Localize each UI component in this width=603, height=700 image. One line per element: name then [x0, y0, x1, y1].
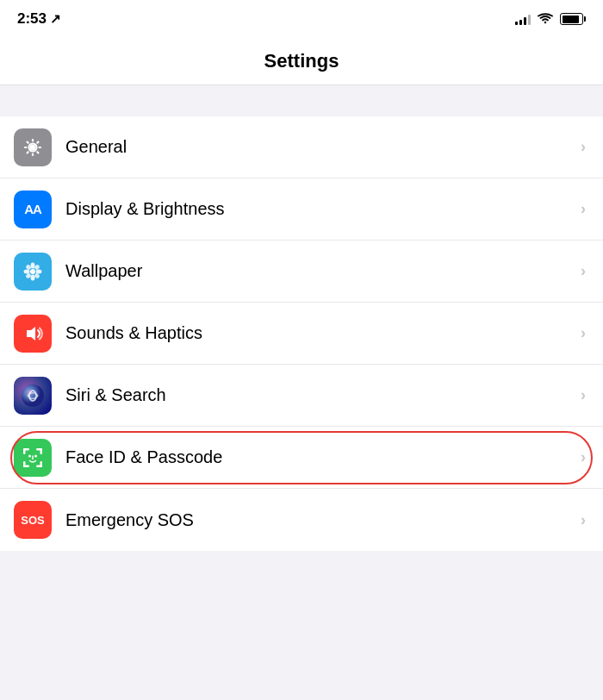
wallpaper-label: Wallpaper: [65, 261, 581, 281]
emergency-sos-chevron: ›: [581, 511, 586, 529]
siri-search-chevron: ›: [581, 386, 586, 404]
general-chevron: ›: [581, 138, 586, 156]
svg-point-22: [28, 454, 31, 457]
svg-point-3: [31, 262, 35, 268]
time-display: 2:53: [17, 10, 47, 28]
svg-point-0: [30, 144, 36, 150]
svg-point-23: [34, 454, 37, 457]
settings-item-wallpaper[interactable]: Wallpaper ›: [0, 241, 603, 303]
page-header: Settings: [0, 38, 603, 85]
status-time: 2:53 ↗: [17, 10, 61, 28]
face-id-icon: [14, 439, 52, 477]
settings-item-siri-search[interactable]: Siri & Search ›: [0, 365, 603, 427]
battery-icon: [560, 13, 586, 25]
svg-rect-19: [40, 448, 43, 454]
page-title: Settings: [17, 50, 586, 72]
svg-rect-20: [23, 461, 26, 467]
siri-search-label: Siri & Search: [65, 385, 581, 405]
settings-item-display-brightness[interactable]: AA Display & Brightness ›: [0, 178, 603, 241]
svg-rect-21: [40, 461, 43, 467]
display-brightness-label: Display & Brightness: [65, 199, 581, 219]
face-id-label: Face ID & Passcode: [65, 447, 581, 467]
status-bar: 2:53 ↗: [0, 0, 603, 38]
emergency-sos-icon: SOS: [14, 501, 52, 539]
svg-point-6: [36, 269, 42, 273]
svg-marker-11: [27, 327, 35, 341]
display-brightness-icon: AA: [14, 191, 52, 228]
sounds-haptics-chevron: ›: [581, 324, 586, 342]
signal-bars-icon: [515, 13, 531, 25]
settings-list: General › AA Display & Brightness › Wall…: [0, 116, 603, 551]
sounds-haptics-icon: [14, 315, 52, 353]
svg-point-4: [31, 274, 35, 280]
face-id-chevron: ›: [581, 448, 586, 466]
svg-point-2: [30, 269, 35, 274]
emergency-sos-label: Emergency SOS: [65, 510, 581, 530]
sounds-haptics-label: Sounds & Haptics: [65, 323, 581, 343]
general-label: General: [65, 137, 581, 157]
wifi-icon: [538, 13, 553, 25]
settings-item-emergency-sos[interactable]: SOS Emergency SOS ›: [0, 489, 603, 551]
svg-point-12: [22, 384, 44, 407]
display-brightness-chevron: ›: [581, 200, 586, 218]
siri-icon: [14, 377, 52, 415]
location-icon: ↗: [50, 11, 61, 27]
section-divider: [0, 85, 603, 116]
settings-item-face-id-passcode[interactable]: Face ID & Passcode ›: [0, 427, 603, 489]
svg-rect-18: [23, 448, 26, 454]
general-icon: [14, 128, 52, 166]
wallpaper-chevron: ›: [581, 262, 586, 280]
wallpaper-icon: [14, 253, 52, 291]
settings-item-sounds-haptics[interactable]: Sounds & Haptics ›: [0, 303, 603, 365]
svg-point-5: [24, 269, 30, 273]
settings-item-general[interactable]: General ›: [0, 116, 603, 178]
status-icons: [515, 13, 586, 25]
